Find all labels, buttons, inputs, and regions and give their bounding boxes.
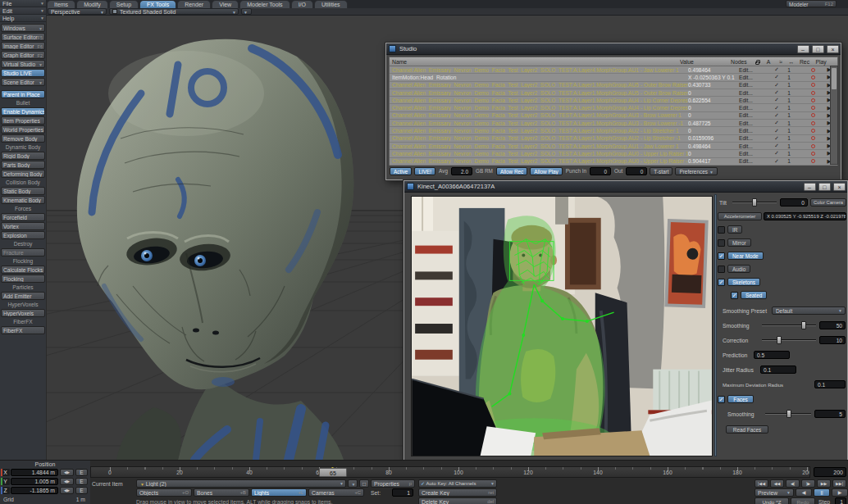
undo-button[interactable]: Undo ^Z — [755, 497, 789, 504]
ir-toggle[interactable]: IR — [727, 225, 742, 234]
table-row[interactable]: Channel:Alien_Emissary_Nevron_Demo_Facia… — [390, 135, 837, 143]
maximize-button[interactable]: □ — [818, 183, 831, 191]
smoothing-value-field[interactable]: 50 — [819, 321, 846, 329]
faces-smoothing-slider[interactable] — [765, 410, 811, 418]
record-button[interactable] — [805, 82, 821, 88]
correction-value-field[interactable]: 10 — [819, 336, 846, 344]
active-check-icon[interactable]: ✓ — [770, 89, 783, 96]
transport-button-2[interactable]: ◀| — [786, 479, 800, 488]
transport-button-3[interactable]: |▶ — [801, 479, 815, 488]
table-row[interactable]: Channel:Alien_Emissary_Nevron_Demo_Facia… — [390, 120, 837, 127]
axis-value-field[interactable]: 1.4844 m — [11, 469, 58, 476]
faces-checkbox[interactable]: ✓ — [718, 396, 725, 403]
jitter-radius-field[interactable]: 0.1 — [760, 366, 796, 374]
envelope-button[interactable]: E — [75, 487, 88, 494]
studio-footer-active[interactable]: Active — [390, 167, 412, 175]
table-row[interactable]: Channel:Alien_Emissary_Nevron_Demo_Facia… — [390, 104, 837, 111]
sidebar-item-calculate-flocks[interactable]: Calculate Flocks — [1, 266, 45, 274]
envelope-button[interactable]: E — [75, 478, 88, 485]
seated-toggle[interactable]: Seated — [741, 291, 767, 299]
table-row[interactable]: Channel:Alien_Emissary_Nevron_Demo_Facia… — [390, 89, 837, 97]
tab-modify[interactable]: Modify — [76, 0, 108, 8]
sidebar-item-studio-live[interactable]: Studio LIVE — [1, 69, 45, 77]
record-button[interactable] — [805, 98, 821, 103]
active-check-icon[interactable]: ✓ — [770, 143, 783, 149]
mirror-checkbox[interactable] — [718, 239, 725, 247]
sidebar-item-enable-dynamics[interactable]: Enable Dynamics — [1, 107, 45, 116]
delete-key-button[interactable]: Delete Key del — [418, 497, 497, 504]
scrollbar-thumb[interactable] — [832, 68, 837, 89]
record-button[interactable] — [805, 128, 821, 134]
nodes-edit-button[interactable]: Edit... — [739, 98, 760, 103]
studio-footer-0[interactable]: 0 — [590, 167, 611, 175]
sidebar-item-surface-editor[interactable]: Surface EditorF5 — [1, 33, 45, 41]
table-scrollbar[interactable] — [830, 66, 838, 165]
play-reverse-button[interactable]: ◀ — [796, 488, 812, 497]
active-check-icon[interactable]: ✓ — [770, 120, 783, 126]
view-mode-dropdown[interactable]: Perspective ▼ — [48, 8, 107, 15]
sidebar-item-graph-editor[interactable]: Graph EditorF2 — [1, 51, 45, 59]
accelerometer-button[interactable]: Accelerometer — [718, 212, 762, 220]
sidebar-item-explosion[interactable]: Explosion — [1, 231, 45, 239]
col-a[interactable]: A — [762, 59, 775, 65]
active-check-icon[interactable]: ✓ — [770, 74, 783, 80]
viewport-options-dropdown[interactable]: ▼ — [241, 8, 252, 15]
tilt-slider[interactable] — [732, 198, 777, 207]
col-name[interactable]: Name — [390, 59, 680, 65]
table-row[interactable]: Channel:Alien_Emissary_Nevron_Demo_Facia… — [390, 66, 837, 74]
sidebar-item-parent-in-place[interactable]: Parent in Place — [1, 90, 45, 98]
menu-help[interactable]: Help▼ — [0, 15, 46, 22]
record-button[interactable] — [805, 112, 821, 118]
item-edit-button[interactable]: □ — [359, 479, 369, 488]
active-check-icon[interactable]: ✓ — [770, 135, 783, 142]
axis-stepper[interactable]: ◀▶ — [60, 487, 74, 494]
tab-render[interactable]: Render — [177, 0, 211, 8]
transport-button-5[interactable]: ▶▶| — [832, 479, 846, 488]
sidebar-item-virtual-studio[interactable]: Virtual Studio▼ — [1, 60, 45, 68]
sidebar-item-scene-editor[interactable]: Scene Editor▼ — [1, 78, 45, 86]
smoothing-preset-dropdown[interactable]: Default ▼ — [772, 306, 846, 315]
faces-smoothing-field[interactable]: 5 — [814, 410, 846, 418]
sidebar-item-static-body[interactable]: Static Body — [1, 187, 45, 195]
record-button[interactable] — [805, 158, 821, 164]
preview-dropdown[interactable]: Preview ▼ — [755, 488, 794, 497]
sidebar-item-windows[interactable]: Windows▼ — [1, 24, 45, 32]
studio-footer-allow-rec[interactable]: Allow Rec — [496, 167, 527, 175]
select-objects-button[interactable]: Objects+O — [136, 488, 192, 497]
sidebar-item-fiberfx[interactable]: FiberFX — [1, 326, 45, 334]
studio-footer-t-start[interactable]: T-start — [650, 167, 672, 175]
studio-footer-0[interactable]: 0 — [626, 167, 647, 175]
select-bones-button[interactable]: Bones+B — [194, 488, 249, 497]
sidebar-item-flocking[interactable]: Flocking — [1, 275, 45, 283]
sidebar-item-rigid-body[interactable]: Rigid Body — [1, 152, 45, 160]
ir-checkbox[interactable] — [718, 226, 725, 234]
nodes-edit-button[interactable]: Edit... — [739, 75, 760, 80]
tab-items[interactable]: Items — [47, 0, 75, 8]
active-check-icon[interactable]: ✓ — [770, 112, 783, 119]
modeler-button[interactable]: Modeler F12 — [786, 0, 837, 7]
sidebar-item-vortex[interactable]: Vortex — [1, 222, 45, 230]
maximize-button[interactable]: □ — [812, 45, 824, 53]
nodes-edit-button[interactable]: Edit... — [739, 120, 760, 126]
select-lights-button[interactable]: Lights+L — [251, 488, 307, 497]
sidebar-item-forcefield[interactable]: Forcefield — [1, 213, 45, 221]
table-row[interactable]: Channel:Alien_Emissary_Nevron_Demo_Facia… — [390, 143, 837, 150]
active-check-icon[interactable]: ✓ — [770, 128, 783, 134]
table-row[interactable]: Channel:Alien_Emissary_Nevron_Demo_Facia… — [390, 112, 837, 120]
col-rec[interactable]: Rec — [796, 59, 813, 65]
max-deviation-field[interactable]: 0.1 — [814, 380, 846, 388]
pause-button[interactable]: || — [814, 488, 830, 497]
transport-button-0[interactable]: |◀◀ — [755, 479, 768, 488]
nodes-edit-button[interactable]: Edit... — [739, 105, 760, 111]
studio-footer-live[interactable]: LIVE! — [414, 167, 435, 175]
menu-file[interactable]: File▼ — [0, 0, 46, 7]
tab-i-o[interactable]: I/O — [291, 0, 313, 8]
close-button[interactable]: × — [827, 45, 839, 53]
audio-toggle[interactable]: Audio — [727, 265, 750, 273]
audio-checkbox[interactable] — [718, 266, 725, 273]
record-button[interactable] — [805, 120, 821, 126]
sidebar-item-world-properties[interactable]: World Properties — [1, 125, 45, 134]
sidebar-item-kinematic-body[interactable]: Kinematic Body — [1, 196, 45, 204]
axis-value-field[interactable]: -1.1865 m — [11, 487, 58, 494]
mirror-toggle[interactable]: Mirror — [727, 238, 751, 247]
